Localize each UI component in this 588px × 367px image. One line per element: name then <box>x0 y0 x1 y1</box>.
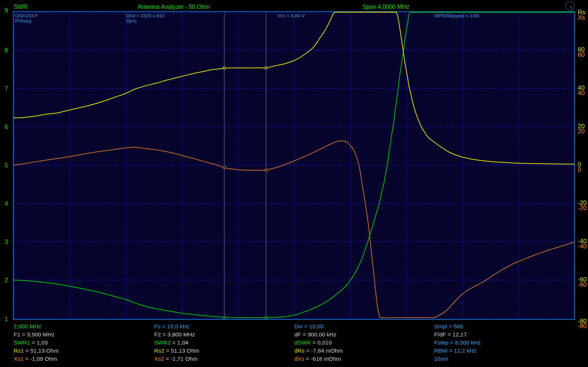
svg-text:SWR2 = 1,04: SWR2 = 1,04 <box>154 339 188 346</box>
svg-text:8: 8 <box>5 47 8 54</box>
svg-text:Fstep = 8,000 kHz: Fstep = 8,000 kHz <box>434 339 481 346</box>
svg-text:Rs1 = 51,13 Ohm: Rs1 = 51,13 Ohm <box>14 347 59 354</box>
svg-text:20: 20 <box>578 128 585 135</box>
svg-text:F2 = 3,800 MHz: F2 = 3,800 MHz <box>154 331 195 338</box>
svg-text:0: 0 <box>578 166 581 173</box>
svg-text:Fs = 10,0 kHz: Fs = 10,0 kHz <box>154 323 190 329</box>
svg-text:-20: -20 <box>578 205 587 212</box>
svg-text:RBW = 12,2 kHz: RBW = 12,2 kHz <box>434 347 477 354</box>
svg-text:2: 2 <box>5 277 8 284</box>
svg-text:Rs2 = 51,13 Ohm: Rs2 = 51,13 Ohm <box>154 347 199 354</box>
svg-text:dRs = -7,84 mOhm: dRs = -7,84 mOhm <box>294 347 343 354</box>
svg-text:Span 4,0000 MHz: Span 4,0000 MHz <box>362 3 409 10</box>
svg-text:F/dF = 12,17: F/dF = 12,17 <box>434 331 467 338</box>
svg-text:Div = 10,00: Div = 10,00 <box>294 323 324 329</box>
svg-text:6: 6 <box>5 123 8 130</box>
svg-text:Vcc = 4,84 V: Vcc = 4,84 V <box>277 13 305 18</box>
svg-text:2,000 MHz: 2,000 MHz <box>14 323 41 329</box>
svg-text:40: 40 <box>578 90 585 97</box>
svg-text:-60: -60 <box>578 281 587 288</box>
svg-text:F1 = 3,500 MHz: F1 = 3,500 MHz <box>14 331 55 338</box>
svg-text:1: 1 <box>5 316 8 323</box>
svg-text:3: 3 <box>5 238 8 245</box>
svg-text:SWR1 = 1,03: SWR1 = 1,03 <box>14 339 48 346</box>
svg-text:Xs2 = -1,71 Ohm: Xs2 = -1,71 Ohm <box>154 356 198 362</box>
svg-text:OSA103 F: OSA103 F <box>15 13 38 18</box>
svg-text:60: 60 <box>578 51 585 58</box>
svg-text:WPS/Skipped = 13/0: WPS/Skipped = 13/0 <box>435 13 479 18</box>
svg-text:-80: -80 <box>578 322 587 329</box>
svg-text:4: 4 <box>5 200 8 207</box>
svg-text:Xs1 = -1,09 Ohm: Xs1 = -1,09 Ohm <box>14 356 57 362</box>
svg-text:dF = 300,00 kHz: dF = 300,00 kHz <box>294 331 336 338</box>
svg-text:Smpl = 500: Smpl = 500 <box>434 323 463 329</box>
svg-text:dXs = -618 mOhm: dXs = -618 mOhm <box>294 356 341 362</box>
svg-text:10sm: 10sm <box>434 356 448 362</box>
svg-text:Antenna Analyzer - 50 Ohm: Antenna Analyzer - 50 Ohm <box>138 3 210 10</box>
svg-text:7: 7 <box>5 85 8 92</box>
svg-text:Primary: Primary <box>15 18 32 24</box>
svg-text:SWR: SWR <box>14 3 28 10</box>
svg-text:Grid = 1520 x 832: Grid = 1520 x 832 <box>126 13 165 18</box>
svg-text:-40: -40 <box>578 243 587 250</box>
svg-text:5: 5 <box>5 162 8 169</box>
svg-text:dSWR = 0,010: dSWR = 0,010 <box>294 339 332 346</box>
svg-text:Sync: Sync <box>126 18 137 24</box>
svg-text:Xs: Xs <box>578 14 585 21</box>
svg-text:9: 9 <box>5 7 8 14</box>
